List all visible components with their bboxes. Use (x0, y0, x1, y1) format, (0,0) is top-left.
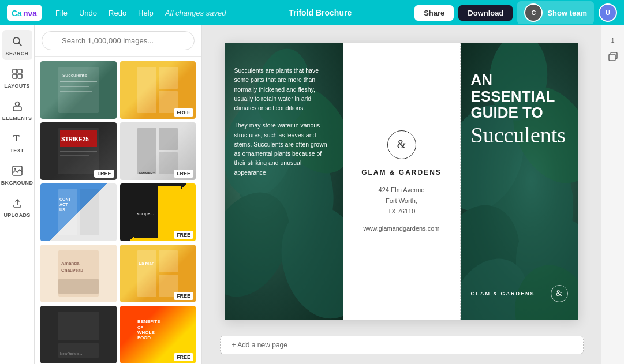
topbar-menu: File Undo Redo Help All changes saved (51, 6, 226, 20)
elements-label: ELEMENTS (2, 115, 32, 121)
show-team-label: Show team (547, 9, 587, 17)
template-thumb-7[interactable]: Amanda Chauveau (40, 245, 117, 302)
panel-left-desc1: Succulents are plants that have some par… (234, 66, 334, 112)
svg-text:nva: nva (23, 9, 37, 18)
template-thumb-3[interactable]: STRIKE25 FREE (40, 122, 117, 180)
template-thumb-1[interactable]: Succulents (40, 61, 117, 119)
search-wrapper: 🔍 (42, 31, 195, 50)
document-title: Trifold Brochure (289, 8, 352, 17)
svg-rect-25 (60, 151, 97, 152)
svg-text:T: T (13, 133, 20, 143)
template-thumb-5[interactable]: CONT ACT US (40, 183, 117, 241)
template-thumb-6[interactable]: scope... FREE (120, 183, 196, 241)
template-thumb-8[interactable]: La Mar FREE (120, 245, 196, 302)
right-sidebar: 1 (601, 25, 624, 364)
svg-text:PRIMARY: PRIMARY (139, 171, 155, 175)
svg-rect-8 (18, 74, 22, 78)
show-team-button[interactable]: C Show team (517, 1, 594, 24)
svg-rect-28 (159, 128, 178, 150)
sidebar-item-search[interactable]: SEARCH (2, 30, 32, 60)
svg-rect-19 (137, 67, 156, 113)
topbar-center: Trifold Brochure (230, 8, 410, 17)
cover-top-text: AN ESSENTIAL GUIDE TO Succulents (471, 72, 568, 148)
canvas-area[interactable]: Succulents are plants that have some par… (202, 25, 601, 364)
sidebar-item-text[interactable]: T TEXT (2, 127, 32, 157)
svg-rect-10 (13, 107, 21, 111)
free-badge-10: FREE (174, 353, 193, 361)
svg-text:STRIKE25: STRIKE25 (61, 136, 89, 142)
svg-rect-43 (137, 250, 156, 297)
help-menu[interactable]: Help (133, 6, 158, 20)
free-badge-8: FREE (174, 292, 193, 300)
share-button[interactable]: Share (414, 5, 454, 21)
search-label: SEARCH (6, 51, 29, 57)
cover-bottom: GLAM & GARDENS & (471, 285, 568, 308)
company-name: GLAM & GARDENS (361, 168, 442, 177)
panel-sidebar: 🔍 Succulents (35, 25, 202, 364)
topbar: Ca nva File Undo Redo Help All changes s… (0, 0, 624, 25)
brochure-panel-middle[interactable]: & GLAM & GARDENS 424 Elm Avenue Fort Wor… (343, 43, 461, 320)
svg-text:BENEFITS: BENEFITS (137, 319, 160, 324)
template-thumb-4[interactable]: PRIMARY FREE (120, 122, 196, 180)
svg-rect-35 (80, 189, 99, 235)
search-icon (10, 35, 24, 48)
file-menu[interactable]: File (51, 6, 72, 20)
svg-rect-7 (13, 74, 17, 78)
search-input[interactable] (42, 31, 195, 50)
sidebar-item-elements[interactable]: ELEMENTS (2, 95, 32, 125)
svg-rect-16 (60, 86, 89, 87)
layouts-icon (10, 67, 24, 81)
svg-rect-42 (58, 279, 99, 294)
svg-text:OF: OF (137, 325, 143, 329)
main-content: SEARCH LAYOUTS ELEMENTS (0, 25, 624, 364)
template-thumb-10[interactable]: BENEFITS OF WHOLE FOOD FREE (120, 306, 196, 363)
copy-page-icon[interactable] (605, 48, 621, 65)
canva-logo[interactable]: Ca nva (7, 5, 42, 21)
svg-rect-31 (58, 189, 77, 235)
brochure: Succulents are plants that have some par… (225, 43, 578, 320)
svg-text:New York is...: New York is... (60, 352, 83, 355)
undo-menu[interactable]: Undo (74, 6, 102, 20)
template-thumb-9[interactable]: New York is... (40, 306, 117, 363)
cover-brand-name: GLAM & GARDENS (471, 291, 535, 297)
svg-text:Succulents: Succulents (62, 73, 87, 78)
svg-text:La Mar: La Mar (139, 261, 154, 266)
free-badge-2: FREE (174, 108, 193, 117)
template-thumb-2[interactable]: FREE (120, 61, 196, 119)
svg-rect-68 (609, 54, 615, 61)
svg-text:ACT: ACT (59, 202, 68, 207)
svg-rect-47 (58, 312, 99, 340)
brochure-panel-right[interactable]: AN ESSENTIAL GUIDE TO Succulents GLAM & … (461, 43, 578, 320)
user-avatar[interactable]: U (599, 3, 617, 22)
sidebar-item-uploads[interactable]: UPLOADS (2, 192, 32, 222)
add-page-label: + Add a new page (232, 341, 287, 349)
status-text: All changes saved (165, 9, 226, 17)
page-number: 1 (611, 37, 614, 44)
svg-rect-48 (58, 343, 99, 358)
free-badge-6: FREE (174, 231, 193, 239)
redo-menu[interactable]: Redo (104, 6, 131, 20)
sidebar-item-layouts[interactable]: LAYOUTS (2, 62, 32, 92)
ampersand-circle: & (387, 130, 416, 159)
svg-text:CONT: CONT (59, 197, 72, 201)
uploads-icon (10, 196, 24, 210)
svg-text:WHOLE: WHOLE (137, 330, 155, 335)
templates-grid: Succulents FREE (35, 57, 201, 364)
svg-text:Chauveau: Chauveau (61, 268, 83, 273)
search-bar: 🔍 (35, 25, 201, 57)
svg-rect-44 (159, 250, 178, 272)
download-button[interactable]: Download (458, 5, 513, 21)
svg-point-13 (14, 168, 16, 170)
add-page-button[interactable]: + Add a new page (220, 336, 584, 354)
address-text: 424 Elm Avenue Fort Worth, TX 76110 (379, 185, 425, 217)
free-badge-4: FREE (174, 170, 193, 178)
sidebar-item-background[interactable]: BKGROUND (2, 159, 32, 189)
uploads-label: UPLOADS (3, 212, 30, 218)
free-badge-3: FREE (94, 170, 114, 178)
svg-text:Amanda: Amanda (61, 261, 80, 266)
svg-rect-27 (137, 128, 156, 174)
svg-rect-26 (60, 155, 89, 156)
topbar-right: Share Download C Show team U (414, 1, 617, 24)
brochure-panel-left[interactable]: Succulents are plants that have some par… (225, 43, 343, 320)
svg-rect-17 (60, 91, 92, 92)
